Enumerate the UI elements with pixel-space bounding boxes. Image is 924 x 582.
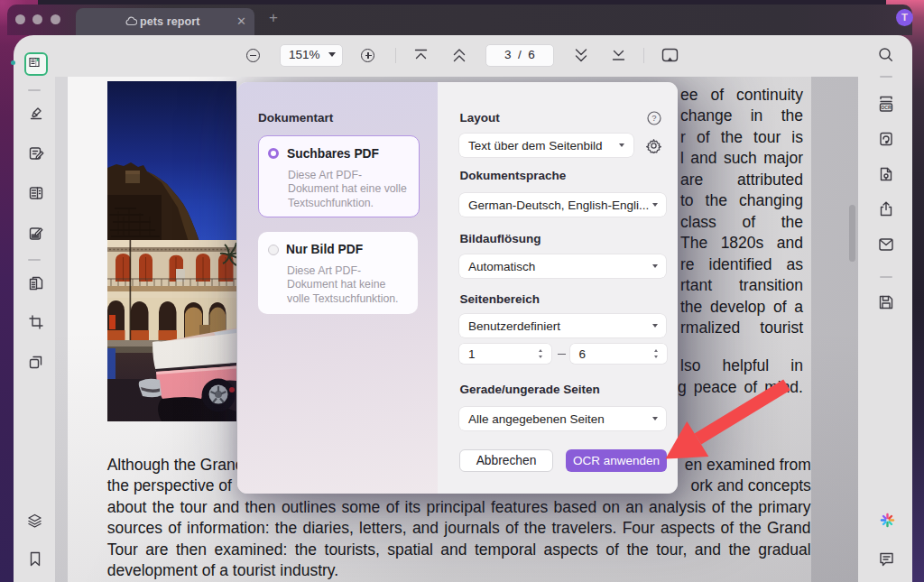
svg-text:?: ? [651, 113, 656, 123]
svg-text:OCR: OCR [881, 105, 892, 110]
